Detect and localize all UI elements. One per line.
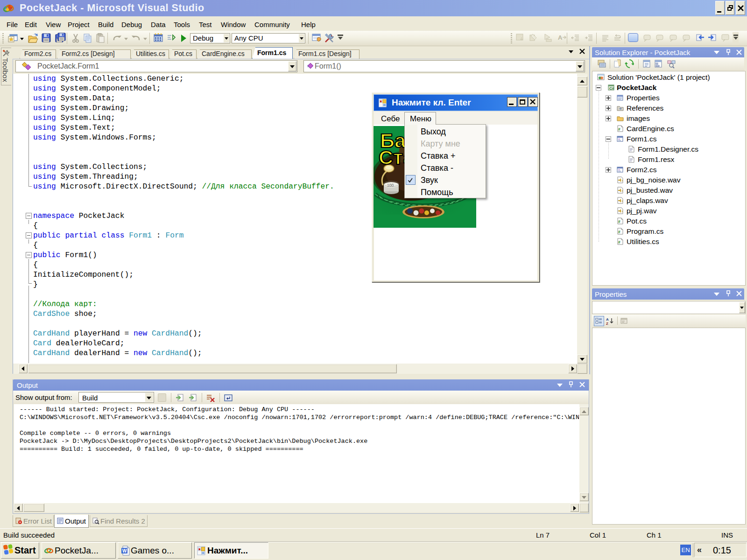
svg-text:#: # xyxy=(618,127,620,132)
svg-text:A: A xyxy=(558,34,563,41)
svg-text:#: # xyxy=(618,230,620,234)
svg-text:A: A xyxy=(606,317,609,322)
svg-text:#: # xyxy=(618,240,620,245)
svg-text:W: W xyxy=(122,548,127,553)
svg-text:100: 100 xyxy=(387,183,394,188)
svg-text:#: # xyxy=(618,219,620,224)
svg-text:C#: C# xyxy=(609,86,614,91)
svg-text:Z: Z xyxy=(606,322,608,325)
